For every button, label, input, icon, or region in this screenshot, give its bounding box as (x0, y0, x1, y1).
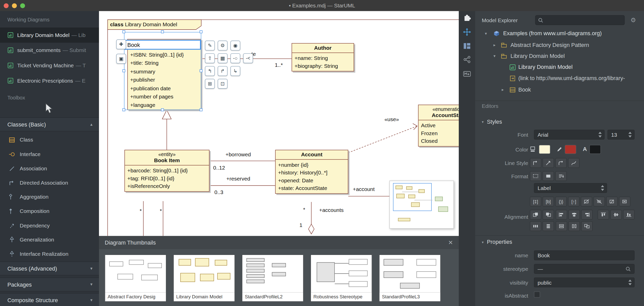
stepper-icon[interactable] (598, 132, 602, 138)
show-visibility-button[interactable]: [‡] (530, 197, 541, 207)
section-packages[interactable]: Packages ▼ (0, 277, 99, 291)
selection-handle[interactable] (200, 69, 202, 72)
distribute-vertical-button[interactable] (542, 221, 554, 231)
quick-settings-button[interactable]: ⚙ (218, 41, 228, 50)
word-wrap-button[interactable]: [↑] (568, 197, 579, 207)
working-diagram-submit-comments[interactable]: submit_comments — Submit (0, 43, 99, 58)
show-namespace-button[interactable]: [b] (542, 197, 554, 207)
selection-handle[interactable] (161, 108, 164, 111)
tree-item-book[interactable]: ▸ Book (475, 84, 644, 95)
thumbnail-standard-profile-l3[interactable]: StandardProfileL3 (379, 254, 441, 302)
selection-handle[interactable] (200, 30, 202, 33)
tree-expand-icon[interactable]: ▸ (500, 87, 505, 92)
markdown-button[interactable] (462, 69, 472, 79)
provided-interface-button[interactable]: -○ (230, 53, 240, 63)
select-tool-cursor-icon[interactable] (44, 103, 54, 114)
align-right-button[interactable] (581, 210, 593, 220)
tree-item-library-domain-model-pkg[interactable]: ▾ Library Domain Model (475, 50, 644, 61)
selection-handle[interactable] (122, 30, 125, 33)
show-property-button[interactable]: {)} (555, 197, 567, 207)
selection-handle[interactable] (200, 108, 202, 111)
styles-section-header[interactable]: ▾ Styles (482, 119, 502, 125)
connector-up-left-button[interactable]: ↰ (205, 66, 215, 76)
move-tool-button[interactable] (462, 27, 472, 37)
align-left-button[interactable] (556, 210, 567, 220)
thumbnail-standard-profile-l2[interactable]: StandardProfileL2 (242, 254, 303, 302)
properties-section-header[interactable]: ▾ Properties (482, 239, 512, 245)
working-diagram-electronic-prescriptions[interactable]: Electronic Prescriptions — E (0, 73, 99, 88)
toolbox-item-dependency[interactable]: Dependency (0, 218, 99, 233)
add-attribute-button[interactable]: ⇧ (205, 53, 215, 63)
line-style-rectilinear-button[interactable] (530, 158, 541, 168)
same-height-button[interactable] (568, 221, 580, 231)
stepper-icon[interactable] (628, 132, 632, 138)
stereotype-display-select[interactable]: Label (534, 183, 607, 193)
required-interface-button[interactable]: -< (243, 53, 253, 63)
diagram-canvas[interactable]: class Library Domain Model +ISBN: String… (99, 11, 459, 236)
font-family-select[interactable]: Arial (534, 130, 605, 140)
quick-view-button[interactable]: ▣ (116, 54, 126, 64)
class-book-item[interactable]: «entity» Book Item +barcode: String[0..1… (125, 150, 209, 192)
thumbnail-library-domain-model[interactable]: Library Domain Model (173, 254, 235, 302)
section-classes-basic[interactable]: Classes (Basic) ▲ (0, 117, 99, 131)
toolbox-item-composition[interactable]: Composition (0, 204, 99, 218)
close-icon[interactable]: ✕ (448, 239, 453, 246)
text-align-lines-button[interactable] (555, 171, 567, 181)
thumbnail-robustness-stereotypes[interactable]: Robustness Stereotype (311, 254, 372, 302)
model-explorer-search[interactable] (535, 15, 625, 25)
class-name-editor[interactable] (125, 40, 201, 50)
tree-item-examples[interactable]: ▾ Examples (from www.uml-diagrams.org) (475, 28, 644, 39)
tree-expand-icon[interactable]: ▾ (484, 31, 488, 36)
selection-handle[interactable] (122, 69, 125, 72)
align-bottom-button[interactable] (623, 210, 635, 220)
selection-handle[interactable] (161, 30, 164, 33)
fill-color-swatch[interactable] (539, 145, 550, 154)
font-color-swatch[interactable] (589, 145, 601, 154)
connector-up-right-button[interactable]: ↱ (218, 66, 228, 76)
enumeration-account-state[interactable]: «enumeration» AccountState Active Frozen… (418, 105, 459, 146)
share-button[interactable] (462, 55, 472, 65)
add-sub-class-button[interactable]: ⊞ (205, 79, 215, 89)
line-color-swatch[interactable] (565, 145, 576, 154)
quick-edit-button[interactable]: ✎ (205, 41, 215, 50)
toolbox-item-generalization[interactable]: Generalization (0, 232, 99, 247)
dashed-rect-button[interactable] (530, 171, 541, 181)
suppress-attributes-button[interactable] (581, 197, 592, 207)
solid-rect-button[interactable] (542, 171, 554, 181)
bring-to-front-button[interactable] (530, 210, 541, 220)
tree-item-library-domain-model-diagram[interactable]: Library Domain Model (475, 61, 644, 72)
connector-down-right-button[interactable]: ↳ (230, 66, 240, 76)
add-sub-diagram-button[interactable]: ⊡ (218, 79, 228, 89)
diagram-minimap[interactable] (389, 181, 454, 228)
search-input[interactable] (546, 17, 622, 23)
suppress-operations-button[interactable] (593, 197, 605, 207)
gear-icon[interactable]: ⚙ (630, 16, 636, 24)
working-diagram-ticket-vending-machine[interactable]: Ticket Vending Machine — T (0, 58, 99, 73)
toolbox-item-directed-association[interactable]: Directed Association (0, 176, 99, 190)
align-center-button[interactable] (568, 210, 580, 220)
tree-expand-icon[interactable]: ▾ (492, 54, 497, 58)
align-middle-button[interactable] (610, 210, 622, 220)
layout-button[interactable] (462, 41, 472, 51)
align-top-button[interactable] (598, 210, 609, 220)
suppress-literals-button[interactable] (619, 197, 630, 207)
same-width-button[interactable] (556, 221, 567, 231)
quick-add-button[interactable]: ✚ (116, 40, 126, 49)
line-style-curve-button[interactable] (568, 158, 579, 168)
stepper-icon[interactable] (601, 185, 604, 191)
class-author[interactable]: Author +name: String +biography: String (292, 43, 354, 71)
line-style-rounded-button[interactable] (555, 158, 567, 168)
selection-handle[interactable] (122, 108, 125, 111)
add-operation-button[interactable]: ▦ (218, 53, 228, 63)
toolbox-item-aggregation[interactable]: Aggregation (0, 190, 99, 204)
line-style-oblique-button[interactable] (542, 158, 554, 168)
toolbox-item-association[interactable]: Association (0, 161, 99, 176)
distribute-horizontal-button[interactable] (530, 221, 541, 231)
tree-item-abstract-factory[interactable]: ▸ Abstract Factory Design Pattern (475, 40, 644, 50)
toolbox-item-class[interactable]: Class (0, 133, 99, 147)
same-size-button[interactable] (581, 221, 593, 231)
quick-target-button[interactable]: ◉ (230, 41, 240, 50)
stereotype-field[interactable]: — (534, 264, 635, 274)
isabstract-checkbox[interactable] (534, 291, 540, 298)
name-input[interactable] (538, 252, 631, 258)
